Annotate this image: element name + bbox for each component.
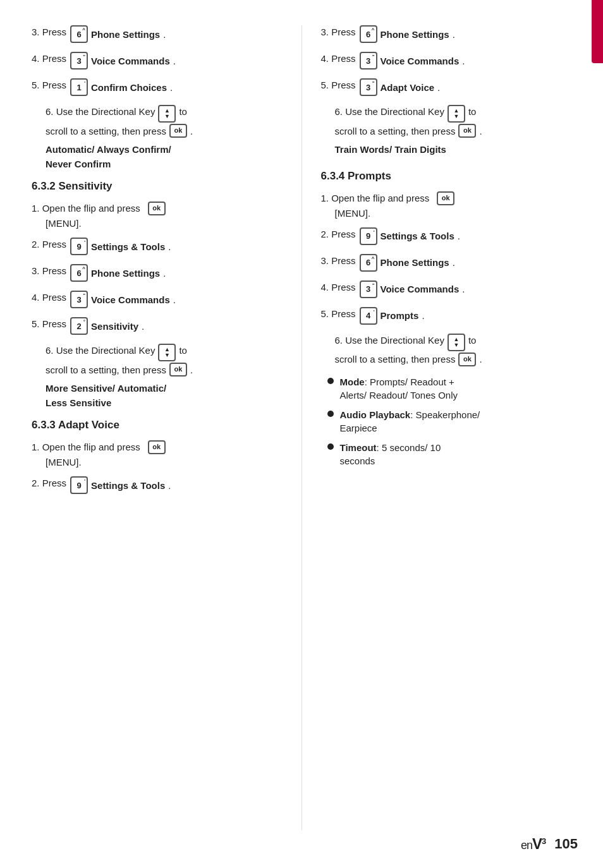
av-2-content: 9' Settings & Tools. bbox=[70, 476, 171, 494]
step-5-label: 5. Press bbox=[32, 78, 66, 92]
bullet-timeout-text: Timeout: 5 seconds/ 10 seconds bbox=[340, 441, 441, 467]
red-tab-decoration bbox=[592, 0, 603, 63]
key-9p: 9' bbox=[360, 227, 377, 245]
step-6-to: to bbox=[179, 105, 187, 118]
sens-2-text: Settings & Tools bbox=[91, 240, 165, 253]
key-6: 6^ bbox=[70, 25, 88, 43]
bullet-audio-text: Audio Playback: Speakerphone/ Earpiece bbox=[340, 408, 480, 435]
r-step-6-label: 6. Use the Directional Key bbox=[335, 105, 444, 118]
right-step-6-options: Train Words/ Train Digits bbox=[335, 143, 572, 157]
left-column: 3. Press 6^ Phone Settings. 4. Press 3" … bbox=[25, 25, 302, 830]
r-step-6-row1: 6. Use the Directional Key ▲▼ to bbox=[335, 105, 572, 123]
pr-step-1: 1. Open the flip and press ok bbox=[321, 191, 572, 205]
directional-key-icon-2: ▲▼ bbox=[158, 344, 176, 361]
pr-6-label: 6. Use the Directional Key bbox=[335, 334, 444, 347]
pr-5-label: 5. Press bbox=[321, 307, 356, 320]
ok-button-icon-r: ok bbox=[458, 124, 476, 138]
r-step-3-content: 6^ Phone Settings. bbox=[360, 25, 455, 43]
sens-4-content: 3" Voice Commands. bbox=[70, 291, 176, 308]
right-step-3: 3. Press 6^ Phone Settings. bbox=[321, 25, 572, 43]
pr-2-content: 9' Settings & Tools. bbox=[360, 227, 460, 245]
key-3b: 3" bbox=[70, 291, 88, 308]
bullet-mode: Mode: Prompts/ Readout + Alerts/ Readout… bbox=[327, 375, 572, 402]
left-step-5: 5. Press 1' Confirm Choices. bbox=[32, 78, 283, 96]
sens-5-content: 2° Sensitivity. bbox=[70, 317, 144, 335]
pr-1-label: 1. Open the flip and press bbox=[321, 191, 430, 205]
sens-4-label: 4. Press bbox=[32, 291, 66, 304]
av-2-text: Settings & Tools bbox=[91, 479, 165, 492]
left-step-6-options: Automatic/ Always Confirm/ Never Confirm bbox=[46, 143, 283, 171]
directional-key-icon: ▲▼ bbox=[158, 105, 176, 123]
r-step-6-row2: scroll to a setting, then press ok. bbox=[335, 124, 572, 138]
right-step-6: 6. Use the Directional Key ▲▼ to scroll … bbox=[321, 105, 572, 138]
sens-step-4: 4. Press 3" Voice Commands. bbox=[32, 291, 283, 308]
footer: enV3 105 bbox=[521, 835, 578, 853]
section-633-heading: 6.3.3 Adapt Voice bbox=[32, 419, 283, 431]
key-3-dbl: 3" bbox=[70, 52, 88, 69]
sens-4-text: Voice Commands bbox=[91, 293, 170, 306]
pr-step-3: 3. Press 6^ Phone Settings. bbox=[321, 254, 572, 272]
key-6b: 6^ bbox=[70, 264, 88, 282]
ok-button-icon: ok bbox=[169, 124, 187, 138]
r-step-4-text: Voice Commands bbox=[381, 54, 460, 68]
av-1-label: 1. Open the flip and press bbox=[32, 440, 140, 454]
key-3p: 3" bbox=[360, 280, 377, 298]
sens-2-content: 9' Settings & Tools. bbox=[70, 238, 171, 255]
directional-key-icon-r: ▲▼ bbox=[448, 105, 465, 123]
bullet-timeout: Timeout: 5 seconds/ 10 seconds bbox=[327, 441, 572, 467]
r-step-3-label: 3. Press bbox=[321, 25, 356, 39]
step-5-text: Confirm Choices bbox=[91, 81, 167, 94]
sens-5-text: Sensitivity bbox=[91, 320, 138, 333]
step-4-label: 4. Press bbox=[32, 52, 66, 65]
r-step-5-content: 3" Adapt Voice. bbox=[360, 78, 441, 96]
step-6-label: 6. Use the Directional Key bbox=[46, 105, 155, 118]
sens-6-line2: scroll to a setting, then press bbox=[46, 363, 166, 377]
left-step-6: 6. Use the Directional Key ▲▼ to scroll … bbox=[32, 105, 283, 138]
pr-3-content: 6^ Phone Settings. bbox=[360, 254, 455, 272]
ok-button-icon-p: ok bbox=[458, 353, 476, 366]
key-3r2: 3" bbox=[360, 78, 377, 96]
section-634-heading: 6.3.4 Prompts bbox=[321, 170, 572, 183]
av-step-1: 1. Open the flip and press ok bbox=[32, 440, 283, 454]
pr-5-text: Prompts bbox=[381, 309, 419, 322]
sens-1-label: 1. Open the flip and press bbox=[32, 202, 140, 215]
prompts-bullet-list: Mode: Prompts/ Readout + Alerts/ Readout… bbox=[327, 375, 572, 467]
pr-6-row1: 6. Use the Directional Key ▲▼ to bbox=[335, 334, 572, 351]
sens-5-label: 5. Press bbox=[32, 317, 66, 330]
step-5-content: 1' Confirm Choices. bbox=[70, 78, 173, 96]
key-2: 2° bbox=[70, 317, 88, 335]
pr-4-content: 3" Voice Commands. bbox=[360, 280, 465, 298]
sens-2-label: 2. Press bbox=[32, 238, 66, 251]
r-step-5-text: Adapt Voice bbox=[381, 81, 435, 94]
step-4-text: Voice Commands bbox=[91, 54, 170, 68]
key-6r: 6^ bbox=[360, 25, 377, 43]
pr-6-row2: scroll to a setting, then press ok. bbox=[335, 353, 572, 366]
sens-6-row2: scroll to a setting, then press ok. bbox=[46, 363, 283, 377]
sens-step-3: 3. Press 6^ Phone Settings. bbox=[32, 264, 283, 282]
bullet-dot-audio bbox=[327, 411, 334, 417]
sens-step-5: 5. Press 2° Sensitivity. bbox=[32, 317, 283, 335]
ok-button-icon-2: ok bbox=[169, 363, 187, 377]
ok-btn-av: ok bbox=[148, 440, 166, 454]
sens-1-content: ok bbox=[148, 202, 166, 215]
key-9c: 9' bbox=[70, 476, 88, 494]
sens-3-label: 3. Press bbox=[32, 264, 66, 277]
sens-step-1: 1. Open the flip and press ok bbox=[32, 202, 283, 215]
brand-logo: enV3 bbox=[521, 835, 545, 853]
pr-4-label: 4. Press bbox=[321, 280, 356, 294]
left-step-3: 3. Press 6^ Phone Settings. bbox=[32, 25, 283, 43]
pr-step-6: 6. Use the Directional Key ▲▼ to scroll … bbox=[321, 334, 572, 366]
r-step-6-to: to bbox=[468, 105, 477, 118]
pr-6-to: to bbox=[468, 334, 477, 347]
sens-3-content: 6^ Phone Settings. bbox=[70, 264, 166, 282]
sens-6-label: 6. Use the Directional Key bbox=[46, 344, 155, 357]
key-9: 9' bbox=[70, 238, 88, 255]
bullet-audio: Audio Playback: Speakerphone/ Earpiece bbox=[327, 408, 572, 435]
pr-step-1-menu: [MENU]. bbox=[321, 208, 572, 219]
sens-3-text: Phone Settings bbox=[91, 267, 160, 280]
pr-5-content: 4' Prompts. bbox=[360, 307, 425, 325]
sens-step-2: 2. Press 9' Settings & Tools. bbox=[32, 238, 283, 255]
pr-step-4: 4. Press 3" Voice Commands. bbox=[321, 280, 572, 298]
sens-6-row1: 6. Use the Directional Key ▲▼ to bbox=[46, 344, 283, 361]
step-6-row2: scroll to a setting, then press ok. bbox=[46, 124, 283, 138]
